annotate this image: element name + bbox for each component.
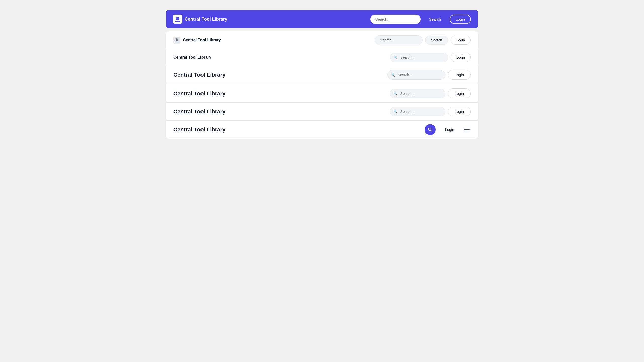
login-button-7[interactable]: Login (438, 125, 461, 134)
brand-7: Central Tool Library (173, 126, 425, 133)
login-button-6[interactable]: Login (448, 107, 471, 116)
search-input-4[interactable] (387, 70, 445, 80)
search-icon-7 (428, 127, 432, 132)
brand-3: Central Tool Library (173, 55, 390, 60)
brand-5: Central Tool Library (173, 90, 390, 97)
brand-4: Central Tool Library (173, 72, 387, 78)
search-input-1[interactable] (370, 15, 421, 24)
navbar-row-5: Central Tool Library 🔍 Login (166, 84, 478, 103)
search-input-5[interactable] (390, 89, 445, 98)
login-button-4[interactable]: Login (448, 70, 471, 80)
search-input-6[interactable] (390, 107, 445, 116)
search-wrapper-4: 🔍 (387, 70, 445, 80)
search-wrapper-5: 🔍 (390, 89, 445, 98)
spacer-1 (166, 28, 478, 31)
brand-title-7: Central Tool Library (173, 126, 225, 133)
nav-actions-3: 🔍 Login (390, 53, 471, 62)
nav-actions-1: Search Login (370, 15, 471, 24)
logo-1 (173, 15, 182, 24)
navbar-row-7: Central Tool Library Login (166, 121, 478, 139)
svg-rect-2 (175, 21, 180, 22)
search-button-2[interactable]: Search (425, 36, 448, 45)
search-wrapper-3: 🔍 (390, 53, 448, 62)
svg-point-1 (176, 17, 179, 20)
hamburger-line-1 (464, 128, 470, 128)
search-input-2[interactable] (375, 35, 423, 45)
navbar-row-6: Central Tool Library 🔍 Login (166, 103, 478, 121)
brand-1: Central Tool Library (173, 15, 370, 24)
login-button-3[interactable]: Login (451, 53, 471, 62)
nav-actions-5: 🔍 Login (390, 88, 471, 98)
page-wrapper: Central Tool Library Search Login Centra… (166, 10, 478, 139)
brand-title-2: Central Tool Library (183, 38, 221, 42)
search-wrapper-6: 🔍 (390, 107, 445, 116)
brand-title-3: Central Tool Library (173, 55, 211, 60)
navbar-row-3: Central Tool Library 🔍 Login (166, 49, 478, 65)
hamburger-line-2 (464, 129, 470, 130)
brand-title-6: Central Tool Library (173, 108, 225, 115)
navbar-row-2: Central Tool Library Search Login (166, 31, 478, 49)
login-button-5[interactable]: Login (448, 88, 471, 98)
navbar-row-1: Central Tool Library Search Login (166, 10, 478, 28)
nav-actions-4: 🔍 Login (387, 70, 471, 80)
search-input-3[interactable] (390, 53, 448, 62)
navbar-row-4: Central Tool Library 🔍 Login (166, 65, 478, 84)
hamburger-line-3 (464, 131, 470, 131)
search-circle-button-7[interactable] (425, 124, 436, 135)
nav-actions-2: Search Login (375, 35, 471, 45)
svg-rect-5 (175, 42, 179, 42)
brand-2: Central Tool Library (173, 37, 375, 44)
logo-2 (173, 37, 180, 44)
brand-title-4: Central Tool Library (173, 72, 225, 78)
search-button-1[interactable]: Search (423, 15, 447, 24)
brand-6: Central Tool Library (173, 108, 390, 115)
brand-title-1: Central Tool Library (185, 17, 227, 22)
brand-title-5: Central Tool Library (173, 90, 225, 97)
nav-actions-7: Login (425, 124, 471, 135)
svg-point-4 (176, 38, 178, 41)
login-button-2[interactable]: Login (451, 36, 471, 45)
nav-actions-6: 🔍 Login (390, 107, 471, 116)
svg-line-7 (431, 130, 432, 131)
hamburger-button-7[interactable] (463, 127, 471, 132)
login-button-1[interactable]: Login (450, 15, 471, 24)
